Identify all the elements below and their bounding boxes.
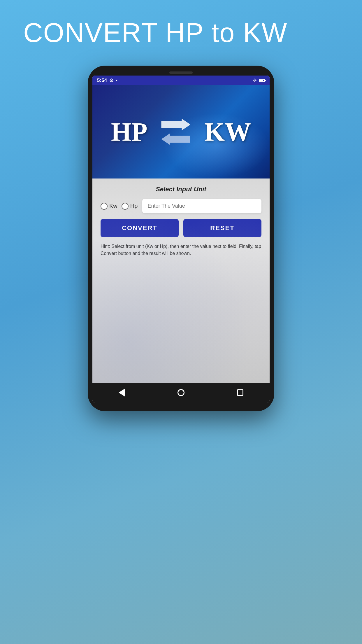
page-title: CONVERT HP to KW: [0, 0, 362, 60]
value-input[interactable]: [142, 199, 261, 213]
phone-wrapper: 5:54 ⊙ ▪ ✈ HP: [88, 66, 274, 411]
phone-outer: 5:54 ⊙ ▪ ✈ HP: [88, 66, 274, 411]
clock-icon: ⊙: [109, 77, 113, 83]
home-button[interactable]: [175, 387, 187, 398]
radio-hp-option[interactable]: Hp: [122, 203, 138, 210]
button-row: CONVERT RESET: [101, 219, 261, 237]
radio-group: Kw Hp: [101, 203, 138, 210]
battery-icon: [259, 79, 265, 82]
select-input-label: Select Input Unit: [101, 186, 261, 193]
unit-label-hp: HP: [111, 117, 147, 147]
recents-button[interactable]: [234, 387, 246, 398]
status-bar: 5:54 ⊙ ▪ ✈: [92, 76, 270, 85]
convert-button[interactable]: CONVERT: [101, 219, 179, 237]
sim-icon: ▪: [116, 78, 117, 83]
input-row: Kw Hp: [101, 199, 261, 213]
radio-hp-circle[interactable]: [122, 203, 129, 210]
radio-hp-label: Hp: [130, 203, 138, 209]
arrow-right-icon: [161, 119, 190, 130]
phone-top-bar: [92, 71, 270, 74]
reset-button[interactable]: RESET: [183, 219, 261, 237]
status-time: 5:54: [97, 78, 107, 83]
app-body: Select Input Unit Kw Hp: [92, 178, 270, 383]
arrow-left-icon: [161, 133, 190, 145]
app-header: HP KW: [92, 85, 270, 178]
nav-bar: [92, 383, 270, 402]
radio-kw-label: Kw: [109, 203, 117, 209]
back-button[interactable]: [116, 387, 128, 398]
back-icon: [119, 388, 125, 397]
radio-kw-circle[interactable]: [101, 203, 108, 210]
hint-text: Hint: Select from unit (Kw or Hp), then …: [101, 243, 261, 257]
airplane-icon: ✈: [253, 78, 257, 83]
header-content: HP KW: [92, 117, 270, 147]
home-icon: [178, 389, 184, 396]
status-right: ✈: [253, 78, 265, 83]
radio-kw-option[interactable]: Kw: [101, 203, 117, 210]
phone-speaker: [169, 71, 193, 74]
status-left: 5:54 ⊙ ▪: [97, 77, 117, 83]
arrows-container: [161, 119, 190, 145]
unit-label-kw: KW: [204, 117, 251, 147]
recents-icon: [237, 389, 243, 396]
phone-screen: 5:54 ⊙ ▪ ✈ HP: [92, 76, 270, 402]
